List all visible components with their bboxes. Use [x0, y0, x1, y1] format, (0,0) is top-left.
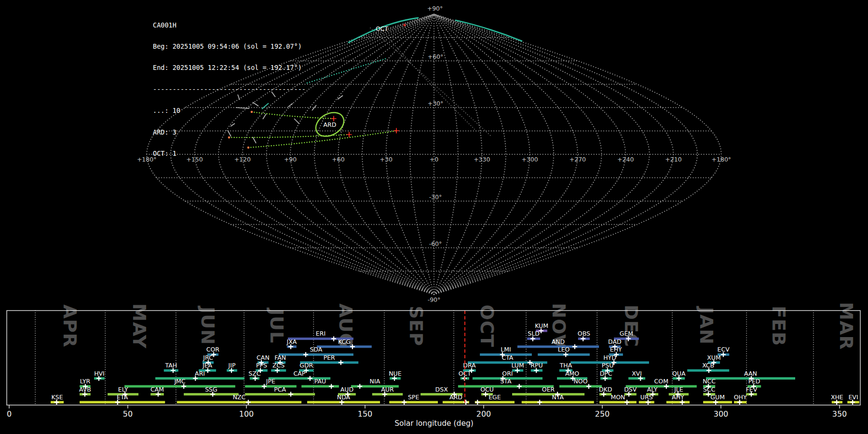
shower-code-label-JMC: JMC: [174, 378, 185, 385]
x-tick-label: 50: [123, 409, 133, 419]
observation-stats-block: CA001H Beg: 20251005 09:54:06 (sol = 192…: [153, 7, 306, 171]
shower-code-label-ORI: ORI: [502, 370, 513, 377]
longitude-label: +270: [570, 156, 586, 163]
shower-code-label-GEM: GEM: [620, 330, 633, 337]
shower-code-label-EVI: EVI: [848, 393, 858, 401]
shower-code-label-EGE: EGE: [488, 393, 501, 401]
oct-shower-label: OCT: [376, 25, 389, 32]
separator-line: ---------------------------------------: [153, 86, 306, 93]
shower-activity-bar-EGE: [475, 401, 515, 404]
shower-code-label-CAN: CAN: [257, 354, 270, 361]
shower-code-label-THA: THA: [559, 362, 572, 369]
shower-code-label-CTA: CTA: [502, 354, 513, 361]
longitude-label: +330: [474, 156, 490, 163]
shower-code-label-PCA: PCA: [274, 386, 286, 393]
shower-code-label-ALY: ALY: [647, 386, 658, 393]
month-label: DEC: [621, 305, 642, 347]
shower-peak-marker-PCA: [288, 392, 293, 397]
shower-code-label-DPC: DPC: [600, 370, 612, 377]
shower-code-label-GDR: GDR: [299, 362, 313, 369]
x-tick-label: 150: [358, 409, 373, 419]
shower-code-label-PSU: PSU: [602, 362, 614, 369]
shower-code-label-LUM: LUM: [511, 362, 524, 369]
shower-code-label-DSX: DSX: [435, 386, 448, 393]
shower-code-label-SPE: SPE: [408, 393, 419, 401]
longitude-label: +210: [665, 156, 681, 163]
count-oct: OCT: 1: [153, 150, 306, 157]
shower-activity-bar-SPE: [389, 401, 438, 404]
shower-code-label-COM: COM: [654, 378, 668, 385]
month-label: SEP: [406, 306, 427, 346]
x-tick-label: 200: [476, 409, 491, 419]
longitude-label: +30: [380, 156, 393, 163]
shower-code-label-PAU: PAU: [314, 378, 326, 385]
shower-code-label-RPU: RPU: [530, 362, 542, 369]
shower-code-label-AUR: AUR: [381, 386, 394, 393]
shower-code-label-JXA: JXA: [286, 338, 297, 345]
shower-peak-marker-MON: [624, 400, 629, 405]
shower-code-label-PPS: PPS: [256, 362, 267, 369]
shower-code-label-TAH: TAH: [164, 362, 177, 369]
shower-activity-bar-ARI: [155, 377, 244, 380]
shower-peak-marker-SDA: [303, 352, 308, 357]
shower-code-label-CAP: CAP: [294, 370, 306, 377]
shower-peak-marker-SPE: [402, 400, 407, 405]
x-tick-label: 250: [595, 409, 610, 419]
shower-code-label-AUD: AUD: [340, 386, 353, 393]
shower-code-label-HYD: HYD: [603, 354, 616, 361]
shower-code-label-AMO: AMO: [565, 370, 579, 377]
shower-peak-marker-NIA: [357, 384, 362, 389]
shower-peak-marker-NTA: [537, 400, 542, 405]
shower-code-label-SCC: SCC: [703, 386, 716, 393]
shower-code-label-SLD: SLD: [528, 330, 540, 337]
shower-meteor-trajectory: [307, 58, 387, 83]
shower-activity-bar-ETA: [80, 401, 165, 404]
pole-label-south: -90°: [428, 296, 441, 303]
month-label: MAY: [129, 303, 150, 349]
shower-code-label-ARD: ARD: [449, 393, 462, 401]
shower-activity-bar-KCG: [317, 345, 372, 348]
shower-code-label-LEO: LEO: [558, 346, 570, 353]
shower-code-label-STA: STA: [500, 378, 512, 385]
x-tick-label: 350: [832, 409, 847, 419]
shower-code-label-KUM: KUM: [535, 322, 548, 329]
shower-code-label-NTA: NTA: [552, 393, 564, 401]
grid-meridian: [338, 14, 434, 294]
shower-code-label-JPE: JPE: [266, 378, 275, 385]
shower-code-label-JEA: JEA: [202, 362, 213, 369]
shower-activity-bar-STA: [458, 385, 554, 388]
shower-code-label-COR: COR: [206, 346, 220, 353]
x-tick-label: 300: [714, 409, 729, 419]
shower-peak-marker-STA: [517, 384, 522, 389]
shower-code-label-KSE: KSE: [52, 393, 63, 401]
x-axis-title: Solar longitude (deg): [394, 419, 474, 428]
shower-code-label-KCG: KCG: [338, 338, 351, 345]
shower-activity-bar-PCA: [245, 393, 315, 395]
shower-code-label-LMI: LMI: [501, 346, 511, 353]
shower-code-label-JRC: JRC: [203, 354, 213, 361]
x-tick-label: 100: [239, 409, 254, 419]
shower-code-label-AND: AND: [552, 338, 565, 345]
station-id: CA001H: [153, 22, 306, 29]
shower-code-label-QUA: QUA: [672, 370, 686, 377]
shower-code-label-ARI: ARI: [195, 370, 205, 377]
latitude-label: -30°: [429, 193, 442, 201]
shower-code-label-ECV: ECV: [718, 346, 730, 353]
shower-code-label-OHY: OHY: [734, 393, 747, 401]
shower-code-label-AHY: AHY: [672, 393, 684, 401]
shower-code-label-ZCS: ZCS: [272, 362, 285, 369]
shower-code-label-FEV: FEV: [746, 386, 758, 393]
ard-shower-label: ARD: [324, 121, 337, 128]
shower-peak-marker-CAP: [308, 376, 312, 381]
oct-drift-curve: [456, 20, 522, 41]
shower-code-label-LYR: LYR: [80, 378, 91, 385]
radiant-plus-marker: [331, 116, 337, 122]
shower-code-label-NZC: NZC: [233, 393, 246, 401]
shower-code-label-ELY: ELY: [118, 386, 128, 393]
shower-peak-marker-PAU: [329, 384, 334, 389]
shower-code-label-EHY: EHY: [610, 346, 622, 353]
shower-activity-bar-NOO: [559, 385, 602, 388]
shower-code-label-NDA: NDA: [337, 393, 351, 401]
longitude-label: +60: [332, 156, 344, 163]
shower-code-label-NUE: NUE: [389, 370, 401, 377]
